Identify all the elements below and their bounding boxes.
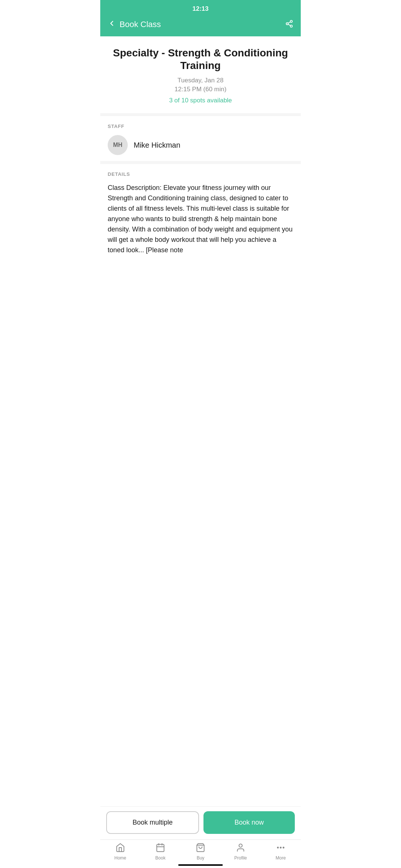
details-section: DETAILS Class Description: Elevate your … [100,164,301,292]
staff-section: STAFF MH Mike Hickman [100,116,301,164]
class-time: 12:15 PM (60 min) [109,86,292,93]
svg-line-4 [288,22,290,23]
svg-line-3 [288,24,290,26]
class-description: Class Description: Elevate your fitness … [108,183,293,255]
class-spots: 3 of 10 spots available [109,97,292,104]
class-title: Specialty - Strength & Conditioning Trai… [109,47,292,72]
staff-initials: MH [113,142,123,148]
share-button[interactable] [285,20,293,30]
staff-row: MH Mike Hickman [108,135,293,155]
class-date: Tuesday, Jan 28 [109,77,292,84]
status-bar: 12:13 [100,0,301,16]
staff-avatar: MH [108,135,128,155]
header: Book Class [100,16,301,36]
back-button[interactable] [108,19,116,30]
header-left: Book Class [108,19,161,30]
staff-name: Mike Hickman [134,141,180,149]
status-time: 12:13 [192,5,208,12]
class-info-section: Specialty - Strength & Conditioning Trai… [100,36,301,116]
details-section-label: DETAILS [108,171,293,177]
page-title: Book Class [120,20,161,29]
staff-section-label: STAFF [108,124,293,129]
